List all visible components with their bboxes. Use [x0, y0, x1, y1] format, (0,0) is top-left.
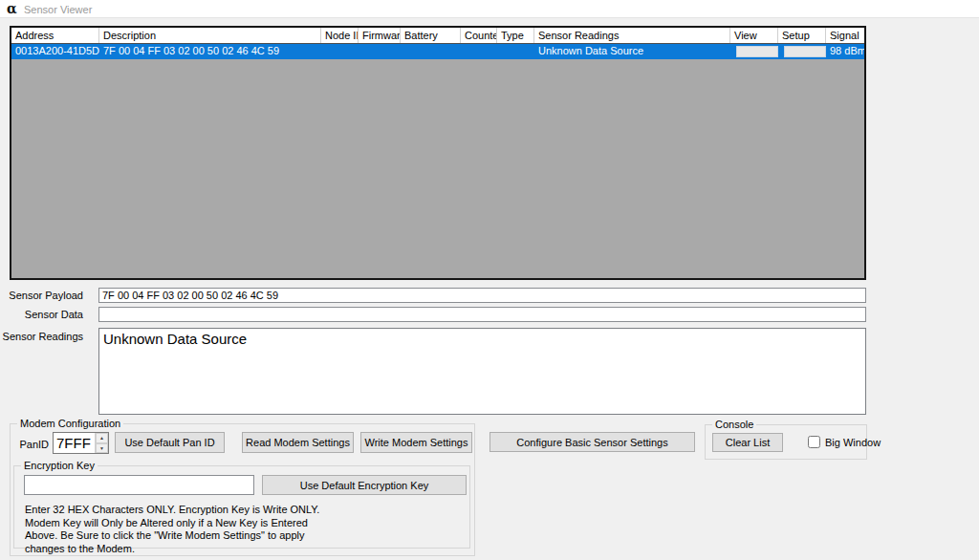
encryption-key-input[interactable] [24, 475, 254, 495]
console-title: Console [712, 419, 756, 430]
sensor-data-input[interactable] [98, 307, 866, 322]
encryption-key-title: Encryption Key [21, 460, 98, 471]
panid-spin-down-icon[interactable]: ▼ [96, 443, 108, 454]
view-cell-button[interactable] [736, 46, 778, 57]
column-header-type[interactable]: Type [497, 28, 534, 43]
grid-empty-area [11, 59, 864, 278]
column-header-address[interactable]: Address [11, 28, 99, 43]
column-header-setup[interactable]: Setup [778, 28, 826, 43]
sensor-payload-input[interactable] [98, 288, 866, 303]
sensor-viewer-window: α Sensor Viewer Address Description Node… [0, 0, 979, 560]
cell-battery [401, 44, 461, 59]
cell-counter [461, 44, 497, 59]
clear-list-button[interactable]: Clear List [712, 433, 783, 452]
cell-setup [778, 44, 826, 59]
cell-signal: 98 dBm [826, 44, 864, 59]
encryption-key-note: Enter 32 HEX Characters ONLY. Encryption… [25, 504, 340, 555]
cell-firmware [359, 44, 401, 59]
modem-configuration-title: Modem Configuration [17, 418, 123, 429]
grid-header-row: Address Description Node ID Firmware Bat… [11, 28, 864, 44]
column-header-node-id[interactable]: Node ID [321, 28, 359, 43]
title-bar: α Sensor Viewer [0, 0, 979, 18]
column-header-view[interactable]: View [730, 28, 778, 43]
cell-address: 0013A200-41D5D0EC [11, 44, 99, 59]
column-header-counter[interactable]: Counter [461, 28, 497, 43]
table-row-selected[interactable]: 0013A200-41D5D0EC 7F 00 04 FF 03 02 00 5… [11, 44, 864, 59]
column-header-signal[interactable]: Signal [826, 28, 864, 43]
column-header-firmware[interactable]: Firmware [359, 28, 401, 43]
panid-spin-up-icon[interactable]: ▲ [96, 433, 108, 443]
cell-description: 7F 00 04 FF 03 02 00 50 02 46 4C 59 [99, 44, 321, 59]
panid-spinner: ▲ ▼ [53, 432, 109, 454]
column-header-description[interactable]: Description [99, 28, 321, 43]
panid-input[interactable] [54, 433, 95, 453]
panid-label: PanID [0, 439, 49, 450]
configure-basic-sensor-settings-button[interactable]: Configure Basic Sensor Settings [490, 432, 695, 452]
sensor-readings-textarea[interactable]: Unknown Data Source [98, 328, 866, 415]
sensor-readings-label: Sensor Readings [0, 331, 83, 342]
big-window-checkbox[interactable] [808, 436, 820, 448]
use-default-encryption-key-button[interactable]: Use Default Encryption Key [262, 475, 467, 495]
big-window-checkbox-label: Big Window [825, 437, 881, 448]
sensor-payload-label: Sensor Payload [0, 290, 83, 301]
write-modem-settings-button[interactable]: Write Modem Settings [360, 432, 472, 453]
note-line: Enter 32 HEX Characters ONLY. Encryption… [25, 504, 340, 517]
cell-type [497, 44, 534, 59]
sensor-grid: Address Description Node ID Firmware Bat… [10, 26, 866, 280]
note-line: Above. Be Sure to click the "Write Modem… [25, 529, 340, 543]
read-modem-settings-button[interactable]: Read Modem Settings [242, 432, 354, 453]
app-alpha-icon: α [7, 1, 17, 16]
column-header-battery[interactable]: Battery [401, 28, 461, 43]
cell-sensor-readings: Unknown Data Source [534, 44, 730, 59]
cell-view [730, 44, 778, 59]
use-default-panid-button[interactable]: Use Default Pan ID [115, 432, 225, 453]
cell-node-id [321, 44, 359, 59]
window-title: Sensor Viewer [24, 4, 92, 15]
note-line: Modem Key will Only be Altered only if a… [25, 517, 340, 530]
column-header-sensor-readings[interactable]: Sensor Readings [534, 28, 730, 43]
setup-cell-button[interactable] [784, 46, 826, 57]
sensor-data-label: Sensor Data [0, 309, 83, 320]
note-line: changes to the Modem. [25, 543, 340, 556]
big-window-checkbox-wrap: Big Window [808, 436, 881, 448]
